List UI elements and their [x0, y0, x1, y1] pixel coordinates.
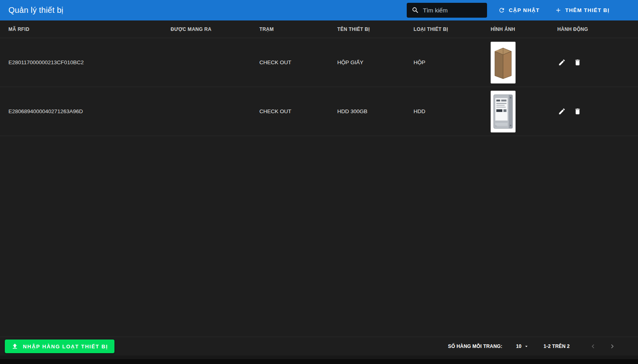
topbar-actions: CẬP NHẬT THÊM THIẾT BỊ — [407, 3, 630, 18]
device-name-cell: HỘP GIẤY — [337, 59, 414, 65]
delete-button[interactable] — [573, 58, 582, 67]
rows-per-page-label: SỐ HÀNG MỖI TRANG: — [448, 344, 503, 349]
cardboard-box-thumbnail — [491, 42, 516, 83]
add-device-button-label: THÊM THIẾT BỊ — [565, 7, 609, 13]
column-header-rfid: MÃ RFID — [8, 26, 171, 32]
bulk-import-button-label: NHẬP HÀNG LOẠT THIẾT BỊ — [23, 344, 108, 350]
add-device-button[interactable]: THÊM THIẾT BỊ — [551, 4, 614, 17]
plus-icon — [555, 7, 562, 14]
search-input[interactable] — [423, 7, 482, 14]
device-name-cell: HDD 300GB — [337, 108, 414, 114]
app-header: Quản lý thiết bị CẬP NHẬT THÊM THIẾT BỊ — [0, 0, 638, 20]
image-cell — [491, 42, 557, 83]
rows-per-page-value: 10 — [516, 344, 521, 349]
page-title: Quản lý thiết bị — [8, 6, 63, 15]
search-box[interactable] — [407, 3, 487, 18]
device-management-app: Quản lý thiết bị CẬP NHẬT THÊM THIẾT BỊ — [0, 0, 638, 356]
pagination: SỐ HÀNG MỖI TRANG: 10 1-2 TRÊN 2 — [448, 342, 638, 351]
column-header-taken-out: ĐƯỢC MANG RA — [171, 26, 259, 32]
device-type-cell: HỘP — [414, 59, 491, 65]
update-button[interactable]: CẬP NHẬT — [494, 4, 544, 17]
chevron-left-icon — [589, 342, 597, 350]
upload-icon — [11, 343, 18, 350]
rfid-cell: E280117000000213CF010BC2 — [8, 59, 171, 65]
image-cell — [491, 91, 557, 132]
bulk-import-button[interactable]: NHẬP HÀNG LOẠT THIẾT BỊ — [5, 340, 114, 353]
table-empty-area — [0, 136, 638, 337]
rows-per-page-select[interactable]: 10 — [516, 344, 529, 349]
pencil-icon — [558, 59, 566, 66]
device-type-cell: HDD — [414, 108, 491, 114]
actions-cell — [557, 58, 630, 67]
rfid-cell: E2806894000040271263A96D — [8, 108, 171, 114]
column-header-image: HÌNH ẢNH — [491, 26, 557, 32]
column-header-device-name: TÊN THIẾT BỊ — [337, 26, 414, 32]
page-range-label: 1-2 TRÊN 2 — [544, 344, 570, 349]
page-nav — [588, 342, 617, 351]
search-icon — [412, 6, 419, 14]
trash-icon — [574, 108, 581, 115]
station-cell: CHECK OUT — [259, 59, 337, 65]
column-header-station: TRẠM — [259, 26, 337, 32]
footer-bar: NHẬP HÀNG LOẠT THIẾT BỊ SỐ HÀNG MỖI TRAN… — [0, 337, 638, 356]
table-row: E2806894000040271263A96D CHECK OUT HDD 3… — [0, 87, 638, 136]
refresh-icon — [498, 7, 505, 14]
column-header-actions: HÀNH ĐỘNG — [557, 26, 630, 32]
next-page-button[interactable] — [607, 342, 617, 351]
window-edge — [0, 356, 638, 359]
delete-button[interactable] — [573, 107, 582, 116]
edit-button[interactable] — [557, 107, 567, 116]
table-row: E280117000000213CF010BC2 CHECK OUT HỘP G… — [0, 38, 638, 87]
update-button-label: CẬP NHẬT — [509, 7, 540, 13]
prev-page-button[interactable] — [588, 342, 598, 351]
hard-drive-thumbnail — [491, 91, 516, 132]
column-header-device-type: LOẠI THIẾT BỊ — [414, 26, 491, 32]
actions-cell — [557, 107, 630, 116]
station-cell: CHECK OUT — [259, 108, 337, 114]
table-header-row: MÃ RFID ĐƯỢC MANG RA TRẠM TÊN THIẾT BỊ L… — [0, 20, 638, 38]
chevron-right-icon — [608, 342, 616, 350]
window-edge — [0, 359, 638, 364]
pencil-icon — [558, 108, 566, 115]
dropdown-arrow-icon — [524, 344, 529, 349]
trash-icon — [574, 59, 581, 66]
edit-button[interactable] — [557, 58, 567, 67]
